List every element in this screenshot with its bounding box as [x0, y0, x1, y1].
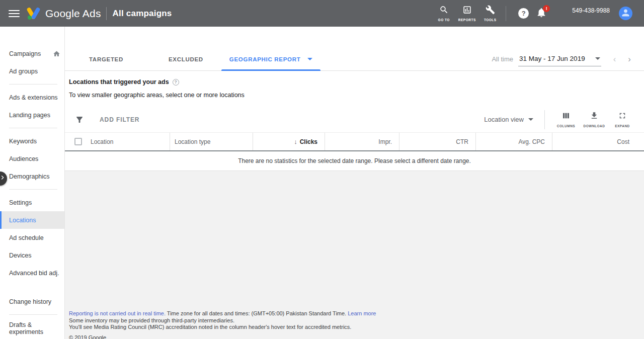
section-title: Locations that triggered your ads [69, 78, 169, 86]
date-range-picker[interactable]: All time 31 May - 17 Jun 2019 ‹ › [492, 52, 631, 66]
avatar[interactable] [619, 7, 632, 20]
sidebar-item-ad-schedule[interactable]: Ad schedule [0, 229, 64, 246]
content-top-band [65, 27, 644, 48]
view-selector-value: Location view [484, 116, 524, 123]
sidebar-item-change-history[interactable]: Change history [0, 293, 64, 310]
toolbar-divider [544, 110, 545, 129]
columns-label: COLUMNS [557, 124, 575, 128]
table-header-row: Location Location type ↓ Clicks Impr. CT… [65, 133, 644, 151]
person-icon [620, 8, 631, 20]
chevron-down-icon [528, 118, 533, 121]
column-header-impr[interactable]: Impr. [325, 133, 399, 150]
timezone-text: Time zone for all dates and times: (GMT+… [166, 310, 348, 316]
sidebar-item-drafts-experiments[interactable]: Drafts & experiments [0, 319, 64, 338]
copyright: © 2019 Google [69, 334, 636, 339]
column-header-cost[interactable]: Cost [552, 133, 636, 150]
panel-expand-button[interactable] [0, 172, 7, 186]
question-mark-icon: ? [522, 10, 526, 17]
sidebar-item-settings[interactable]: Settings [0, 194, 64, 211]
sidebar-item-demographics[interactable]: Demographics [0, 167, 64, 185]
menu-icon[interactable] [9, 8, 20, 19]
download-icon [590, 111, 599, 122]
sidebar-item-advanced-bid-adj[interactable]: Advanced bid adj. [0, 264, 64, 282]
sidebar-item-label: Locations [9, 217, 36, 224]
sidebar-item-landing-pages[interactable]: Landing pages [0, 106, 64, 124]
sidebar-item-label: Drafts & experiments [9, 321, 56, 335]
footer: Reporting is not carried out in real tim… [69, 310, 636, 339]
google-ads-logo-icon [27, 8, 40, 19]
sidebar-item-campaigns[interactable]: Campaigns [0, 45, 64, 62]
sidebar-item-label: Landing pages [9, 112, 50, 119]
tab-excluded[interactable]: EXCLUDED [160, 48, 211, 71]
wrench-icon [486, 5, 495, 17]
notifications-button[interactable]: ! [536, 7, 547, 20]
sidebar: Campaigns Ad groups Ads & extensions Lan… [0, 27, 65, 339]
date-range-value: 31 May - 17 Jun 2019 [519, 55, 585, 62]
column-header-avg-cpc[interactable]: Avg. CPC [475, 133, 552, 150]
brand-home-link[interactable]: Google Ads [27, 8, 101, 20]
column-header-location[interactable]: Location [89, 133, 170, 150]
column-header-label: Location [91, 138, 113, 145]
date-range-value-wrap[interactable]: 31 May - 17 Jun 2019 [518, 52, 601, 66]
bell-icon [536, 11, 547, 20]
column-header-location-type[interactable]: Location type [170, 133, 253, 150]
filter-funnel-icon[interactable] [75, 115, 84, 124]
sidebar-divider [9, 189, 57, 190]
sidebar-item-ad-groups[interactable]: Ad groups [0, 62, 64, 80]
chevron-down-icon [595, 57, 600, 60]
chevron-down-icon [307, 58, 312, 60]
sidebar-item-keywords[interactable]: Keywords [0, 132, 64, 150]
expand-icon [618, 111, 627, 122]
sidebar-item-label: Advanced bid adj. [9, 270, 59, 277]
reporting-delay-link[interactable]: Reporting is not carried out in real tim… [69, 310, 166, 316]
sidebar-item-label: Ad groups [9, 68, 38, 75]
reports-button[interactable]: REPORTS [455, 5, 478, 22]
previous-period-button[interactable]: ‹ [613, 55, 616, 63]
empty-state-row: There are no statistics for the selected… [65, 151, 644, 171]
help-outline-icon[interactable]: ? [173, 79, 179, 86]
date-preset-label[interactable]: All time [492, 55, 513, 63]
tools-button[interactable]: TOOLS [478, 5, 502, 22]
select-all-checkbox[interactable] [74, 138, 82, 145]
sidebar-item-label: Keywords [9, 138, 37, 145]
account-phone-number: 549-438-9988 [572, 7, 610, 14]
topbar: Google Ads All campaigns GO TO REPORTS T… [0, 0, 644, 27]
reports-label: REPORTS [458, 18, 476, 22]
columns-button[interactable]: COLUMNS [552, 111, 580, 128]
help-button[interactable]: ? [518, 8, 529, 19]
column-header-label: Avg. CPC [519, 138, 545, 145]
expand-label: EXPAND [615, 124, 630, 128]
learn-more-link[interactable]: Learn more [348, 310, 376, 316]
sidebar-item-ads-extensions[interactable]: Ads & extensions [0, 89, 64, 106]
select-all-cell [69, 133, 89, 150]
reports-chart-icon [462, 5, 472, 17]
sidebar-item-locations[interactable]: Locations [0, 211, 64, 229]
tab-targeted[interactable]: TARGETED [81, 48, 131, 71]
sidebar-item-audiences[interactable]: Audiences [0, 150, 64, 167]
topbar-separator [106, 7, 107, 20]
tools-label: TOOLS [484, 18, 497, 22]
column-header-label: Impr. [378, 138, 392, 145]
topbar-right: GO TO REPORTS TOOLS ? ! 549-438-9988 [432, 5, 644, 22]
tab-label: GEOGRAPHIC REPORT [229, 56, 301, 62]
download-label: DOWNLOAD [584, 124, 605, 128]
view-selector-dropdown[interactable]: Location view [484, 116, 533, 123]
footer-line-2: Some inventory may be provided through t… [69, 317, 636, 324]
column-header-ctr[interactable]: CTR [399, 133, 475, 150]
go-to-button[interactable]: GO TO [432, 5, 455, 22]
sidebar-item-label: Change history [9, 298, 51, 305]
search-icon [439, 5, 449, 17]
table-toolbar: ADD FILTER Location view COLUMNS DOWNLOA… [65, 107, 644, 133]
sidebar-item-label: Settings [9, 199, 32, 206]
download-button[interactable]: DOWNLOAD [580, 111, 608, 128]
next-period-button[interactable]: › [628, 55, 631, 63]
add-filter-button[interactable]: ADD FILTER [100, 116, 139, 123]
empty-state-message: There are no statistics for the selected… [238, 157, 471, 164]
sort-descending-icon: ↓ [294, 138, 297, 145]
chevron-right-icon [0, 174, 7, 184]
info-section: Locations that triggered your ads ? To v… [65, 71, 644, 107]
expand-button[interactable]: EXPAND [608, 111, 636, 128]
column-header-clicks[interactable]: ↓ Clicks [253, 133, 325, 150]
tab-geographic-report[interactable]: GEOGRAPHIC REPORT [221, 48, 321, 71]
sidebar-item-devices[interactable]: Devices [0, 246, 64, 264]
